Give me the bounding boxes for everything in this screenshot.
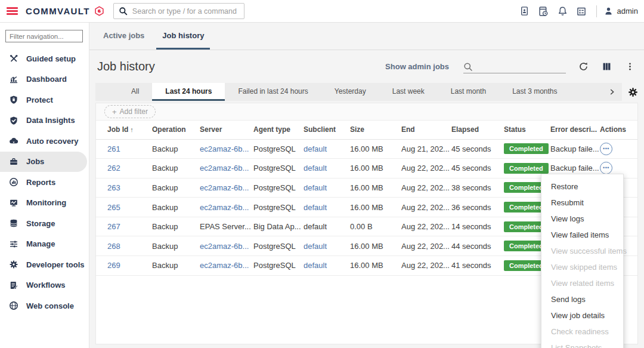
sidebar-item-workflows[interactable]: Workflows — [0, 275, 89, 296]
sidebar-item-web-console[interactable]: Web console — [0, 295, 89, 316]
auto-recovery-icon — [9, 136, 18, 146]
context-menu-item[interactable]: View logs — [541, 211, 623, 227]
add-filter-button[interactable]: + Add filter — [104, 105, 156, 118]
column-header-job-id[interactable]: Job Id — [96, 121, 152, 139]
agent-type-cell: PostgreSQL — [253, 159, 304, 178]
time-filter-tab[interactable]: Failed in last 24 hours — [225, 83, 321, 101]
user-menu[interactable]: admin — [604, 7, 638, 16]
global-search[interactable] — [113, 3, 244, 19]
time-filter-tab[interactable]: Last week — [379, 83, 438, 101]
sidebar-item-dashboard[interactable]: Dashboard — [0, 69, 89, 90]
column-header-subclient[interactable]: Subclient — [304, 121, 350, 139]
commcell-report-icon[interactable] — [519, 5, 530, 17]
sidebar-item-data-insights[interactable]: Data Insights — [0, 110, 89, 131]
subclient-link[interactable]: default — [304, 183, 327, 192]
page-title: Job history — [97, 60, 155, 73]
server-link[interactable]: ec2amaz-6b... — [200, 164, 249, 173]
subclient-link[interactable]: default — [304, 261, 327, 270]
subclient-link[interactable]: default — [304, 222, 327, 231]
user-name: admin — [617, 7, 638, 16]
subclient-link[interactable]: default — [304, 203, 327, 212]
time-filter-tab[interactable]: All — [118, 83, 152, 101]
end-cell: Aug 22, 202... — [401, 217, 451, 236]
elapsed-cell: 45 seconds — [451, 139, 504, 159]
time-filter-tab[interactable]: Last month — [438, 83, 499, 101]
job-id-link[interactable]: 268 — [107, 242, 120, 251]
main-content: Active jobs Job history Job history Show… — [89, 23, 644, 348]
job-id-link[interactable]: 263 — [107, 183, 120, 192]
end-cell: Aug 22, 202... — [401, 159, 451, 178]
jobs-briefcase-icon — [9, 157, 18, 167]
row-actions-ellipsis-button[interactable] — [600, 162, 612, 174]
context-menu-item[interactable]: Send logs — [541, 291, 623, 307]
job-id-link[interactable]: 265 — [107, 203, 120, 212]
column-header-size[interactable]: Size — [350, 121, 401, 139]
job-id-link[interactable]: 267 — [107, 222, 120, 231]
more-options-kebab-icon[interactable] — [624, 61, 636, 73]
hamburger-menu-icon[interactable] — [7, 5, 18, 16]
workflows-icon — [9, 281, 18, 290]
sidebar-item-storage[interactable]: Storage — [0, 213, 89, 234]
column-header-error-description[interactable]: Error descri... — [550, 121, 600, 139]
global-search-input[interactable] — [132, 7, 239, 16]
column-header-server[interactable]: Server — [200, 121, 253, 139]
refresh-icon[interactable] — [577, 61, 589, 73]
server-link[interactable]: EPAS Server... — [200, 222, 251, 231]
server-link[interactable]: ec2amaz-6b... — [200, 203, 249, 212]
chevron-right-icon[interactable] — [602, 83, 622, 101]
job-id-link[interactable]: 261 — [107, 144, 120, 153]
server-link[interactable]: ec2amaz-6b... — [200, 144, 249, 153]
time-filter-tab[interactable]: Last 24 hours — [152, 83, 225, 101]
storage-database-icon — [9, 218, 18, 228]
sidebar-item-guided-setup[interactable]: Guided setup — [0, 48, 89, 69]
server-link[interactable]: ec2amaz-6b... — [200, 183, 249, 192]
job-scheduler-icon[interactable] — [538, 5, 549, 17]
filter-navigation-input[interactable] — [5, 30, 83, 42]
column-header-operation[interactable]: Operation — [152, 121, 200, 139]
context-menu-item[interactable]: View related items — [541, 275, 623, 291]
time-filter-tab[interactable]: Yesterday — [321, 83, 379, 101]
column-settings-icon[interactable] — [600, 61, 612, 73]
sidebar-item-developer-tools[interactable]: Developer tools — [0, 254, 89, 275]
page-tab[interactable]: Active jobs — [97, 23, 150, 50]
sidebar-item-protect[interactable]: Protect — [0, 90, 89, 110]
table-search-input[interactable] — [463, 60, 566, 73]
table-header-row: Job Id Operation Server Agent type Subcl… — [96, 121, 637, 139]
getting-started-apps-icon[interactable] — [576, 5, 587, 17]
server-link[interactable]: ec2amaz-6b... — [200, 242, 249, 251]
time-filter-tab[interactable]: Last 3 months — [499, 83, 570, 101]
context-menu-item[interactable]: Resubmit — [541, 195, 623, 211]
context-menu-item[interactable]: View job details — [541, 307, 623, 324]
page-tab[interactable]: Job history — [156, 23, 210, 50]
context-menu-item[interactable]: View skipped items — [541, 259, 623, 275]
guided-setup-icon — [9, 54, 18, 63]
column-header-end[interactable]: End — [401, 121, 451, 139]
agent-type-cell: Big Data Ap... — [253, 217, 304, 236]
server-link[interactable]: ec2amaz-6b... — [200, 261, 249, 270]
job-id-link[interactable]: 269 — [107, 261, 120, 270]
subclient-link[interactable]: default — [304, 164, 327, 173]
context-menu-item[interactable]: List Snapshots — [541, 340, 623, 348]
notifications-bell-icon[interactable] — [557, 5, 568, 17]
column-header-elapsed[interactable]: Elapsed — [451, 121, 504, 139]
column-header-agent-type[interactable]: Agent type — [253, 121, 304, 139]
elapsed-cell: 36 seconds — [451, 198, 504, 217]
context-menu-item[interactable]: View successful items — [541, 243, 623, 259]
sidebar-item-manage[interactable]: Manage — [0, 234, 89, 255]
context-menu-item[interactable]: View failed items — [541, 227, 623, 243]
context-menu-item[interactable]: Check readiness — [541, 324, 623, 340]
show-admin-jobs-toggle[interactable]: Show admin jobs — [385, 62, 449, 71]
developer-tools-icon — [9, 260, 18, 269]
context-menu-item[interactable]: Restore — [541, 178, 623, 195]
sidebar-item-jobs[interactable]: Jobs — [0, 152, 87, 173]
subclient-link[interactable]: default — [304, 144, 327, 153]
sidebar-item-auto-recovery[interactable]: Auto recovery — [0, 131, 89, 152]
subclient-link[interactable]: default — [304, 242, 327, 251]
job-id-link[interactable]: 262 — [107, 164, 120, 173]
sidebar-item-reports[interactable]: Reports — [0, 172, 89, 193]
filter-settings-gear-icon[interactable] — [628, 83, 638, 101]
sidebar-item-monitoring[interactable]: Monitoring — [0, 193, 89, 214]
column-header-status[interactable]: Status — [504, 121, 550, 139]
row-actions-ellipsis-button[interactable] — [600, 143, 612, 155]
operation-cell: Backup — [152, 198, 200, 217]
